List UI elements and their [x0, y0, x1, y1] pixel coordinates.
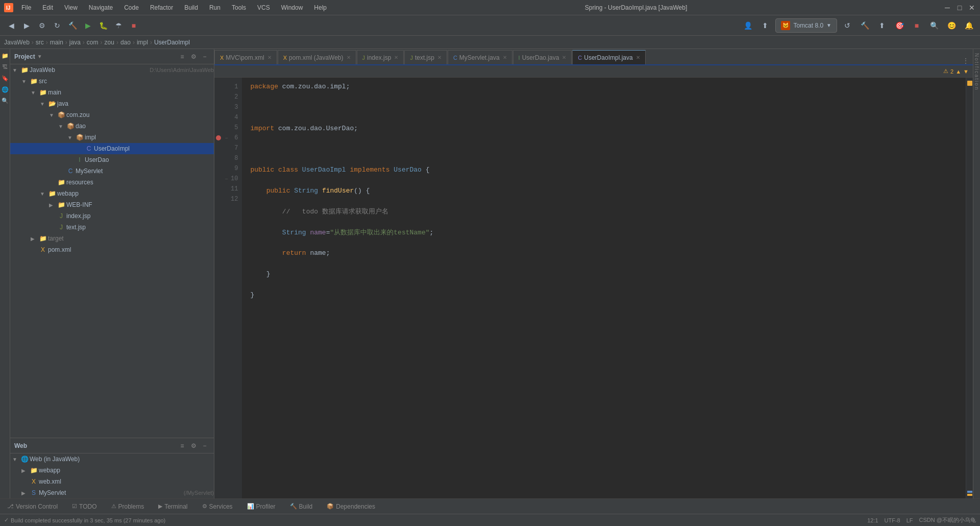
tree-item-target[interactable]: ▶ 📁 target: [10, 233, 214, 244]
avatar-button[interactable]: 😊: [944, 18, 959, 33]
sync-button[interactable]: ↻: [50, 18, 64, 33]
tree-item-myservlet[interactable]: ▶ C MyServlet: [10, 165, 214, 177]
menu-run[interactable]: Run: [207, 3, 223, 12]
breadcrumb-dao[interactable]: dao: [120, 39, 131, 46]
tab-pom-javaweb[interactable]: X pom.xml (JavaWeb) ✕: [278, 50, 356, 64]
tabs-more-button[interactable]: ⋮: [959, 57, 973, 64]
warning-indicator[interactable]: ⚠ 2 ▲ ▼: [943, 68, 969, 75]
breadcrumb-impl[interactable]: impl: [137, 39, 148, 46]
bottom-tab-services[interactable]: ⚙ Services: [199, 502, 236, 511]
fold-cell-10[interactable]: −: [223, 174, 231, 184]
menu-build[interactable]: Build: [182, 3, 200, 12]
menu-tools[interactable]: Tools: [230, 3, 248, 12]
tree-item-webinf[interactable]: ▶ 📁 WEB-INF: [10, 199, 214, 210]
menu-edit[interactable]: Edit: [40, 3, 55, 12]
collapse-all-icon[interactable]: ≡: [177, 441, 187, 451]
tab-close-icon[interactable]: ✕: [636, 55, 640, 60]
menu-view[interactable]: View: [62, 3, 80, 12]
bottom-tab-dependencies[interactable]: 📦 Dependencies: [324, 502, 378, 511]
debug-button[interactable]: 🐛: [96, 18, 110, 33]
tree-item-webapp2[interactable]: ▶ 📁 webapp: [10, 465, 214, 476]
tree-item-impl[interactable]: ▼ 📦 impl: [10, 132, 214, 143]
settings-web-icon[interactable]: ⚙: [188, 441, 199, 451]
tree-item-myservlet2[interactable]: ▶ S MyServlet (/MyServlet): [10, 487, 214, 498]
tree-item-indexjsp[interactable]: ▶ J index.jsp: [10, 210, 214, 222]
line-sep-selector[interactable]: LF: [906, 517, 913, 523]
close-button[interactable]: ✕: [968, 4, 976, 12]
structure-icon[interactable]: 🏗: [1, 62, 10, 71]
menu-file[interactable]: File: [19, 3, 33, 12]
coverage-button[interactable]: ☂: [111, 18, 126, 33]
breadcrumb-main[interactable]: main: [50, 39, 63, 46]
minimize-button[interactable]: ─: [943, 4, 951, 12]
bottom-tab-problems[interactable]: ⚠ Problems: [108, 502, 148, 511]
minimize-panel-icon[interactable]: −: [200, 52, 210, 62]
build-status[interactable]: ✓ Build completed successfully in 3 sec,…: [4, 517, 165, 523]
breadcrumb-com[interactable]: com: [87, 39, 99, 46]
chevron-up-icon[interactable]: ▲: [955, 68, 961, 75]
cursor-position[interactable]: 12:1: [867, 517, 878, 523]
reload-button[interactable]: ↺: [840, 18, 854, 33]
tree-item-javaweb[interactable]: ▼ 📁 JavaWeb D:\Users\Admin\JavaWeb: [10, 64, 214, 76]
settings-button[interactable]: ⚙: [35, 18, 49, 33]
tab-close-icon[interactable]: ✕: [267, 55, 272, 60]
search-icon[interactable]: 🔍: [1, 96, 10, 105]
bottom-tab-profiler[interactable]: 📊 Profiler: [244, 502, 279, 511]
minimize-web-icon[interactable]: −: [200, 441, 210, 451]
tree-item-web-root[interactable]: ▼ 🌐 Web (in JavaWeb): [10, 453, 214, 465]
stop-button[interactable]: ■: [127, 18, 141, 33]
notification-button[interactable]: 🔔: [962, 18, 976, 33]
tab-pom-mvc[interactable]: X MVC\pom.xml ✕: [214, 50, 277, 64]
tree-item-webapp[interactable]: ▼ 📁 webapp: [10, 188, 214, 199]
profile-button[interactable]: 👤: [741, 18, 755, 33]
build-button[interactable]: 🔨: [65, 18, 80, 33]
tree-item-userdaoimpl[interactable]: ▶ C UserDaoImpl: [10, 143, 214, 154]
tree-item-src[interactable]: ▼ 📁 src: [10, 76, 214, 87]
collapse-all-icon[interactable]: ≡: [177, 52, 187, 62]
code-content[interactable]: package com.zou.dao.impl; import com.zou…: [242, 78, 966, 498]
run-button[interactable]: ▶: [81, 18, 95, 33]
web-panel-header[interactable]: Web ≡ ⚙ −: [10, 438, 214, 453]
menu-vcs[interactable]: VCS: [255, 3, 272, 12]
tree-item-webxml[interactable]: ▶ X web.xml: [10, 476, 214, 487]
maximize-button[interactable]: □: [955, 4, 964, 12]
menu-window[interactable]: Window: [279, 3, 305, 12]
forward-button[interactable]: ▶: [19, 18, 34, 33]
tab-close-icon[interactable]: ✕: [347, 55, 351, 60]
tab-close-icon[interactable]: ✕: [503, 55, 507, 60]
tab-userdaoimpl[interactable]: C UserDaoImpl.java ✕: [572, 50, 645, 64]
back-button[interactable]: ◀: [4, 18, 18, 33]
menu-help[interactable]: Help: [312, 3, 329, 12]
menu-code[interactable]: Code: [122, 3, 141, 12]
breakpoint-dot[interactable]: [216, 135, 221, 140]
bottom-tab-version-control[interactable]: ⎇ Version Control: [4, 502, 61, 511]
breadcrumb-userdaoimpl[interactable]: UserDaoImpl: [154, 39, 190, 46]
project-icon[interactable]: 📁: [1, 51, 10, 60]
tree-item-java[interactable]: ▼ 📂 java: [10, 98, 214, 109]
stop2-button[interactable]: ■: [910, 18, 924, 33]
tomcat-selector[interactable]: 🐱 Tomcat 8.0 ▼: [775, 18, 837, 33]
chevron-down-icon[interactable]: ▼: [963, 68, 969, 75]
search-toolbar-button[interactable]: 🔍: [927, 18, 941, 33]
breadcrumb-src[interactable]: src: [36, 39, 44, 46]
tab-index-jsp[interactable]: J index.jsp ✕: [357, 50, 404, 64]
tree-item-userdao[interactable]: ▶ I UserDao: [10, 154, 214, 165]
tree-item-textjsp[interactable]: ▶ J text.jsp: [10, 222, 214, 233]
deploy-button[interactable]: ⬆: [875, 18, 889, 33]
web-icon[interactable]: 🌐: [1, 85, 10, 94]
breadcrumb-zou[interactable]: zou: [105, 39, 114, 46]
build2-button[interactable]: 🔨: [857, 18, 872, 33]
tree-item-dao[interactable]: ▼ 📦 dao: [10, 121, 214, 132]
tree-item-pomxml[interactable]: ▶ X pom.xml: [10, 244, 214, 255]
settings-panel-icon[interactable]: ⚙: [188, 52, 199, 62]
bookmarks-icon[interactable]: 🔖: [1, 74, 10, 83]
update-button[interactable]: ⬆: [758, 18, 772, 33]
tab-userdao[interactable]: I UserDao.java ✕: [513, 50, 572, 64]
tree-item-resources[interactable]: ▶ 📁 resources: [10, 177, 214, 188]
encoding-selector[interactable]: UTF-8: [885, 517, 900, 523]
bottom-tab-todo[interactable]: ☑ TODO: [69, 502, 100, 511]
menu-refactor[interactable]: Refactor: [148, 3, 175, 12]
tab-close-icon[interactable]: ✕: [562, 55, 566, 60]
tree-item-com[interactable]: ▼ 📦 com.zou: [10, 109, 214, 121]
tab-close-icon[interactable]: ✕: [394, 55, 398, 60]
